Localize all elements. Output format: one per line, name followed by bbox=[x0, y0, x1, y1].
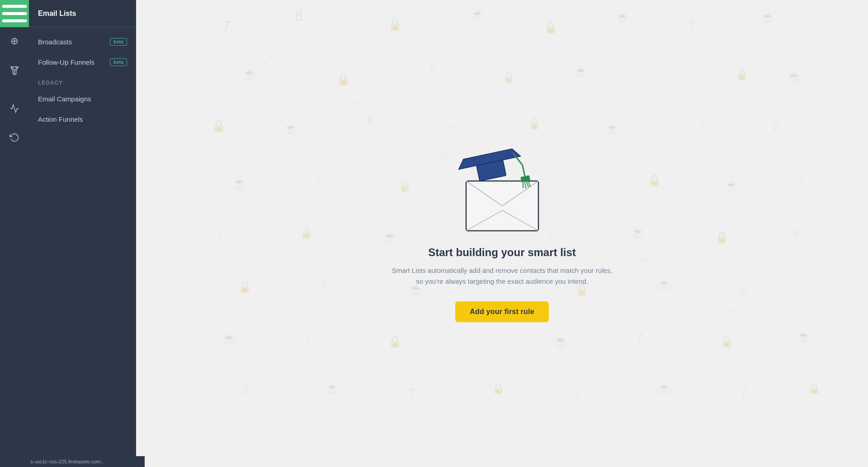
action-funnels-icon[interactable] bbox=[0, 123, 29, 152]
email-campaigns-label: Email Campaigns bbox=[38, 95, 127, 103]
empty-state-title: Start building your smart list bbox=[428, 246, 576, 259]
svg-line-87 bbox=[522, 165, 524, 176]
sidebar-item-action-funnels[interactable]: Action Funnels bbox=[29, 109, 136, 129]
action-funnels-label: Action Funnels bbox=[38, 115, 127, 123]
sidebar-title: Email Lists bbox=[38, 10, 76, 18]
followup-badge: beta bbox=[110, 58, 127, 66]
followup-label: Follow-Up Funnels bbox=[38, 58, 104, 66]
sidebar-nav: Broadcasts beta Follow-Up Funnels beta L… bbox=[29, 27, 136, 467]
sidebar-item-broadcasts[interactable]: Broadcasts beta bbox=[29, 32, 136, 52]
sidebar-item-email-campaigns[interactable]: Email Campaigns bbox=[29, 89, 136, 109]
illustration bbox=[448, 145, 557, 235]
icon-rail bbox=[0, 0, 29, 467]
main-content: 7 8 🔒 ☕ 🔒 ☕ 7 ☕ ☕ 🔒 8 🔒 ☕ 7 🔒 ☕ 🔒 ☕ 8 7 … bbox=[136, 0, 868, 467]
sidebar: Email Lists Broadcasts beta Follow-Up Fu… bbox=[29, 0, 136, 467]
email-campaigns-icon[interactable] bbox=[0, 94, 29, 123]
broadcasts-badge: beta bbox=[110, 38, 127, 46]
empty-state-description: Smart Lists automatically add and remove… bbox=[389, 265, 615, 287]
legacy-section-label: Legacy bbox=[29, 72, 136, 89]
broadcasts-label: Broadcasts bbox=[38, 38, 104, 46]
sidebar-header: Email Lists bbox=[29, 0, 136, 27]
broadcasts-icon[interactable] bbox=[0, 27, 29, 56]
follow-up-funnels-icon[interactable] bbox=[0, 56, 29, 85]
add-first-rule-button[interactable]: Add your first rule bbox=[455, 301, 548, 322]
sidebar-item-followup[interactable]: Follow-Up Funnels beta bbox=[29, 52, 136, 72]
center-area: Start building your smart list Smart Lis… bbox=[136, 0, 868, 467]
svg-point-3 bbox=[14, 41, 15, 42]
empty-state: Start building your smart list Smart Lis… bbox=[389, 145, 615, 322]
hamburger-menu-button[interactable] bbox=[0, 0, 29, 27]
